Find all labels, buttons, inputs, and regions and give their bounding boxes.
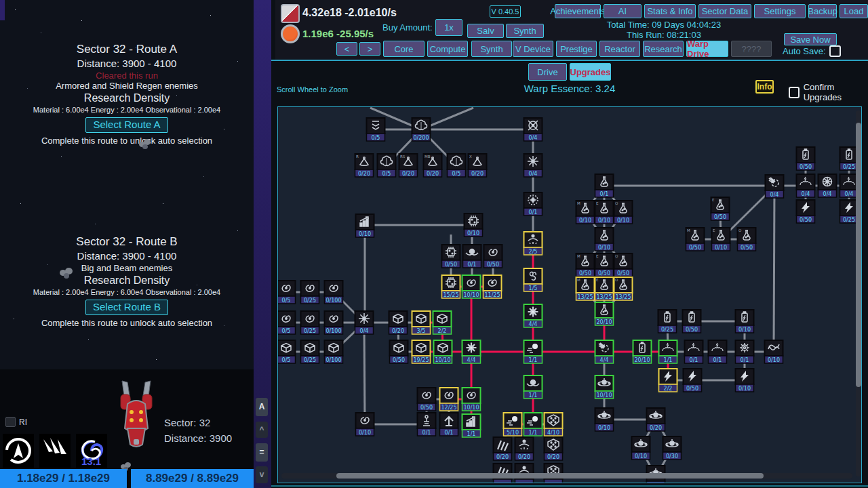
- upgrade-node-swirl-10-10[interactable]: 10/10: [462, 388, 481, 411]
- upgrade-node-web-0-4[interactable]: 0/4: [818, 174, 837, 197]
- save-now-button[interactable]: Save Now: [784, 33, 837, 45]
- upgrade-node-ringstar-0-1[interactable]: 0/1: [524, 192, 542, 216]
- upgrade-node-brain-0-200[interactable]: 0/200: [412, 118, 431, 141]
- divider-button-v[interactable]: v: [256, 466, 268, 483]
- upgrade-node-rings-0-20[interactable]: 0/20: [647, 408, 665, 431]
- menu-button-ai[interactable]: AI: [604, 4, 642, 18]
- upgrade-node-cube-0-50[interactable]: 0/50: [390, 340, 408, 363]
- upgrade-node-swirl-0-25[interactable]: 0/25: [301, 311, 319, 334]
- upgrade-node-battery-0-50[interactable]: 0/50: [683, 310, 701, 333]
- upgrade-node-swirl-0-25[interactable]: 0/25: [301, 281, 319, 304]
- upgrade-node-flask-0-50[interactable]: M0/50: [686, 228, 705, 251]
- upgrade-node-chart-1-1[interactable]: 1/1: [462, 414, 481, 437]
- upgrade-tree-viewport[interactable]: 0/50/200R0/200/5RS0/20MB0/200/5X0/200/10…: [277, 106, 862, 483]
- menu-button-load[interactable]: Load: [840, 4, 868, 18]
- upgrade-node-pinwheel-1-5[interactable]: 1/5: [524, 268, 542, 291]
- section-tab-core[interactable]: Core: [383, 41, 425, 57]
- upgrade-node-cube-10-10[interactable]: 10/10: [434, 340, 452, 363]
- upgrade-node-rings-0-10[interactable]: 0/10: [595, 408, 614, 431]
- ri-checkbox[interactable]: [5, 417, 16, 427]
- upgrade-node-flask-0-10[interactable]: M0/10: [576, 201, 595, 224]
- warp-tab-upgrades[interactable]: Upgrades: [570, 63, 611, 81]
- menu-button-sector-data[interactable]: Sector Data: [698, 4, 751, 18]
- upgrade-node-rings-0-30[interactable]: 0/30: [663, 436, 682, 460]
- select-route-a-button[interactable]: Select Route A: [85, 117, 167, 133]
- section-tab-prestige[interactable]: Prestige: [556, 41, 597, 57]
- upgrade-node-flask-0-1[interactable]: 0/1: [595, 174, 614, 197]
- upgrade-node-swirl-12-25[interactable]: 12/25: [440, 388, 458, 411]
- upgrade-node-rings-10-10[interactable]: 10/10: [595, 375, 614, 399]
- section-tab-blank[interactable]: ????: [731, 41, 772, 57]
- upgrade-node-cone-0-20[interactable]: X0/20: [469, 154, 487, 177]
- upgrade-node-fountain-0-20[interactable]: 0/20: [515, 437, 534, 460]
- select-route-b-button[interactable]: Select Route B: [85, 300, 168, 315]
- upgrade-node-gear-0-1[interactable]: 0/1: [736, 340, 754, 363]
- upgrade-node-battery-0-10[interactable]: 0/10: [736, 310, 754, 333]
- upgrade-node-bolt-0-10[interactable]: 0/10: [736, 369, 754, 392]
- upgrade-node-battery-0-25[interactable]: 0/25: [658, 310, 677, 333]
- upgrade-node-orb-1-1[interactable]: 1/1: [524, 375, 542, 399]
- upgrade-node-swirl-10-10[interactable]: 10/10: [462, 275, 481, 298]
- menu-button-stats-info[interactable]: Stats & Info: [644, 4, 696, 18]
- upgrade-node-cube-2-2[interactable]: 2/2: [433, 311, 452, 334]
- section-tab-research[interactable]: Research: [643, 41, 684, 57]
- upgrade-node-hand-0-1[interactable]: 0/1: [418, 413, 436, 436]
- divider-button-blank[interactable]: =: [256, 443, 268, 462]
- section-tab-reactor[interactable]: Reactor: [599, 41, 640, 57]
- confirm-upgrades-checkbox[interactable]: [789, 87, 800, 98]
- upgrade-node-bolt-2-2[interactable]: 2/2: [659, 369, 677, 392]
- upgrade-node-chip-0-50[interactable]: 0/50: [442, 245, 460, 268]
- upgrade-node-swirl-0-10[interactable]: 0/10: [356, 413, 374, 436]
- upgrade-node-battery-20-10[interactable]: 20/10: [633, 340, 652, 363]
- upgrade-node-battery-0-25[interactable]: 0/25: [840, 147, 859, 170]
- section-tab-v-device[interactable]: V Device: [513, 41, 553, 57]
- upgrade-node-fountain-2-5[interactable]: 2/5: [524, 232, 542, 255]
- upgrade-node-chip-0-10[interactable]: 0/10: [465, 214, 483, 237]
- menu-button-settings[interactable]: Settings: [754, 4, 806, 18]
- upgrade-node-badge-0-5[interactable]: 0/5: [367, 118, 385, 141]
- upgrade-node-swirl-0-100[interactable]: 0/100: [325, 281, 343, 304]
- divider-button-a[interactable]: A: [256, 398, 268, 416]
- upgrade-node-chip-15-25[interactable]: 15/25: [442, 275, 460, 298]
- claw-ability-icon[interactable]: [39, 434, 71, 468]
- upgrade-node-swirl-11-25[interactable]: 11/25: [484, 275, 502, 298]
- upgrade-node-comet-1-1[interactable]: 1/1: [524, 413, 542, 436]
- upgrade-node-cone-0-20[interactable]: R0/20: [355, 154, 374, 177]
- upgrade-node-cube-0-25[interactable]: 0/25: [301, 340, 319, 363]
- currency-tab-synth[interactable]: Synth: [506, 24, 544, 38]
- ship-ability-icon[interactable]: [3, 434, 34, 468]
- upgrade-node-flask-0-10[interactable]: O0/10: [614, 201, 633, 224]
- nav-next-button[interactable]: >: [359, 42, 380, 56]
- upgrade-node-bolt-0-50[interactable]: 0/50: [684, 369, 702, 392]
- upgrade-node-shield-0-20[interactable]: 0/20: [545, 437, 563, 460]
- upgrade-node-cone-0-20[interactable]: MB0/20: [424, 154, 442, 177]
- upgrade-node-flask-0-50[interactable]: M0/50: [576, 253, 595, 277]
- upgrade-node-swirl-0-50[interactable]: 0/50: [418, 388, 436, 411]
- upgrade-node-sunburst-4-4[interactable]: 4/4: [524, 304, 542, 327]
- upgrade-node-swirl-0-100[interactable]: 0/100: [325, 311, 343, 334]
- upgrade-node-orb-0-1[interactable]: 0/1: [463, 245, 481, 268]
- upgrade-node-flask-0-50[interactable]: O0/50: [614, 253, 633, 277]
- buy-amount-button[interactable]: 1x: [435, 19, 462, 36]
- upgrade-node-flask-0-50[interactable]: O0/50: [738, 228, 756, 251]
- upgrade-node-rings-0-10[interactable]: 0/10: [632, 436, 650, 460]
- upgrade-node-orbitx-0-4[interactable]: 0/4: [524, 118, 542, 141]
- upgrade-node-flask-0-50[interactable]: E0/50: [711, 197, 730, 220]
- warp-tab-drive[interactable]: Drive: [528, 63, 567, 81]
- upgrade-node-swirl-0-5[interactable]: 0/5: [278, 281, 296, 304]
- upgrade-node-cap-1-1[interactable]: 1/1: [659, 340, 677, 363]
- nav-prev-button[interactable]: <: [336, 42, 357, 56]
- currency-tab-salv[interactable]: Salv: [467, 24, 504, 38]
- info-button[interactable]: Info: [755, 80, 774, 94]
- upgrade-node-comet-1-1[interactable]: 1/1: [524, 340, 542, 363]
- upgrade-node-flask-0-10[interactable]: E0/10: [712, 228, 730, 251]
- upgrade-node-brain-0-5[interactable]: 0/5: [378, 154, 396, 177]
- upgrade-node-flask-13-25[interactable]: E13/25: [595, 277, 614, 300]
- upgrade-node-tangle-0-10[interactable]: 0/10: [765, 340, 783, 363]
- menu-button-achievements[interactable]: Achievements: [555, 4, 601, 18]
- upgrade-node-spiralclaw-0-4[interactable]: 0/4: [766, 175, 784, 198]
- upgrade-node-cube-0-20[interactable]: 0/20: [389, 311, 408, 334]
- upgrade-node-bolt-0-50[interactable]: 0/50: [797, 200, 815, 223]
- upgrade-node-cap-0-4[interactable]: 0/4: [840, 174, 859, 197]
- upgrade-node-burst-0-4[interactable]: 0/4: [524, 154, 542, 177]
